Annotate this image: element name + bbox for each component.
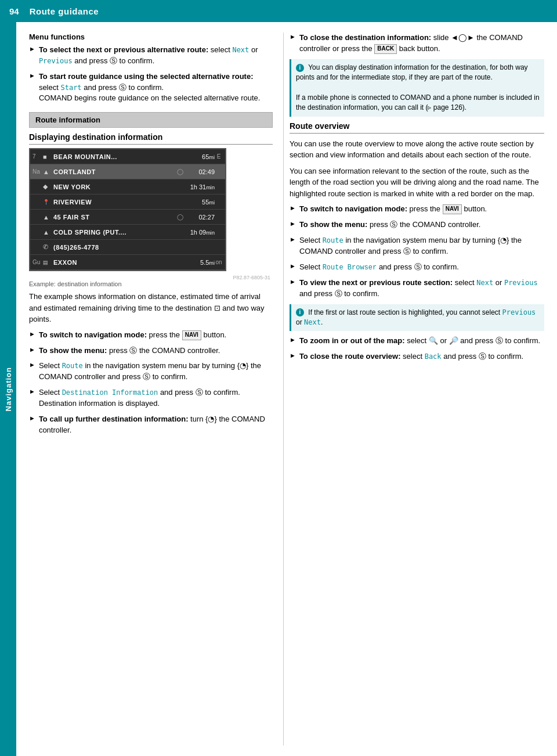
bullet-bold-r3: To show the menu: — [299, 220, 367, 229]
bullet-call-further: ► To call up further destination informa… — [29, 414, 273, 436]
next-code-r: Next — [476, 279, 493, 287]
bullet-arrow-r4: ► — [290, 236, 296, 243]
sr-clock-5: ◯ — [177, 214, 183, 220]
sr-icon-1: ■ — [43, 153, 53, 160]
navi-btn-2: NAVI — [443, 204, 462, 214]
bullet-bold-r1: To close the destination information: — [299, 33, 431, 42]
sr-time-3: 1h 31min — [186, 183, 215, 190]
info-box-1: i You can display destination informatio… — [290, 59, 544, 117]
menu-functions-title: Menu functions — [29, 33, 273, 41]
route-code-1: Route — [62, 362, 83, 370]
info-icon-2: i — [296, 308, 304, 316]
example-caption: Example: destination information — [29, 280, 273, 287]
bullet-r-next-prev: ► To view the next or previous route sec… — [290, 278, 544, 300]
sr-icon-7: ✆ — [43, 243, 53, 251]
sr-name-8: EXXON — [53, 259, 186, 266]
info-text-1b: If a mobile phone is connected to COMAND… — [296, 93, 540, 111]
bullet-text-1: To select the next or previous alternati… — [39, 45, 273, 67]
bullet-bold-7: To call up further destination informati… — [39, 415, 189, 423]
bullet-text-7: To call up further destination informati… — [39, 414, 273, 436]
next-code-info: Next — [304, 318, 321, 326]
bullet-text-r3: To show the menu: press Ⓢ the COMAND con… — [299, 219, 481, 231]
info-box-2: i If the first or last route section is … — [290, 304, 544, 332]
bullet-r-select-route: ► Select Route in the navigation system … — [290, 235, 544, 257]
bullet-arrow-r6: ► — [290, 278, 296, 285]
bullet-text-4: To show the menu: press Ⓢ the COMAND con… — [39, 345, 220, 357]
right-column: ► To close the destination information: … — [283, 33, 557, 746]
bullet-r-close-overview: ► To close the route overview: select Ba… — [290, 351, 544, 362]
previous-code-r: Previous — [504, 279, 538, 287]
sr-num-2: Na — [32, 168, 43, 175]
sr-edge-8: on — [215, 259, 223, 265]
bullet-arrow-4: ► — [29, 346, 35, 353]
bullet-arrow-r7: ► — [290, 336, 296, 343]
bullet-next-previous-route: ► To select the next or previous alterna… — [29, 45, 273, 67]
dest-info-code: Destination Information — [62, 389, 158, 397]
bullet-text-r7: To zoom in or out of the map: select 🔍 o… — [299, 336, 540, 347]
sr-icon-5: ▲ — [43, 214, 53, 221]
bullet-text-2: To start route guidance using the select… — [39, 71, 273, 105]
sr-icon-3: ◆ — [43, 183, 53, 190]
bullet-bold-3: To switch to navigation mode: — [39, 330, 147, 339]
bullet-arrow-6: ► — [29, 388, 35, 395]
page-title: Route guidance — [30, 6, 99, 16]
sr-name-7: (845)265-4778 — [53, 244, 186, 251]
bullet-arrow-r8: ► — [290, 352, 296, 359]
sr-time-4: 55mi — [186, 199, 215, 206]
previous-code: Previous — [39, 57, 73, 65]
bullet-text-5: Select Route in the navigation system me… — [39, 361, 273, 383]
bullet-r-switch-nav: ► To switch to navigation mode: press th… — [290, 204, 544, 215]
bullet-bold-1: To select the next or previous alternati… — [39, 45, 208, 54]
previous-code-info: Previous — [502, 308, 536, 316]
displaying-dest-title: Displaying destination information — [29, 132, 273, 145]
bullet-text-r1: To close the destination information: sl… — [299, 33, 544, 55]
bullet-r-show-menu: ► To show the menu: press Ⓢ the COMAND c… — [290, 219, 544, 231]
sr-num-8: Gu — [32, 259, 43, 265]
bullet-arrow-7: ► — [29, 415, 35, 422]
screenshot-row-8: Gu ▤ EXXON 5.5mi on — [30, 255, 225, 270]
bullet-bold-2: To start route guidance using the select… — [39, 72, 254, 81]
sr-time-1: 65mi — [186, 153, 215, 160]
route-overview-para2: You can see information relevant to the … — [290, 165, 544, 200]
main-layout: Navigation Menu functions ► To select th… — [0, 22, 557, 756]
route-code-2: Route — [323, 236, 343, 244]
bullet-arrow-5: ► — [29, 361, 35, 368]
sr-icon-4: 📍 — [43, 199, 53, 205]
sr-icon-6: ▲ — [43, 229, 53, 236]
route-browser-code: Route Browser — [323, 264, 377, 272]
bullet-select-route: ► Select Route in the navigation system … — [29, 361, 273, 383]
page-header: 94 Route guidance — [0, 0, 557, 22]
back-btn: BACK — [374, 44, 397, 54]
route-info-box: Route information — [29, 112, 273, 128]
bullet-bold-r6: To view the next or previous route secti… — [299, 278, 453, 287]
sidebar-label: Navigation — [4, 367, 13, 411]
bullet-arrow-r3: ► — [290, 220, 296, 227]
bullet-start-route-guidance: ► To start route guidance using the sele… — [29, 71, 273, 105]
bullet-switch-nav: ► To switch to navigation mode: press th… — [29, 330, 273, 341]
sr-name-5: 45 FAIR ST — [53, 214, 177, 221]
sr-icon-2: ▲ — [43, 168, 53, 175]
page-number: 94 — [9, 6, 19, 16]
left-column: Menu functions ► To select the next or p… — [16, 33, 283, 746]
bullet-r-zoom: ► To zoom in or out of the map: select 🔍… — [290, 336, 544, 347]
screenshot-area: 7 ■ BEAR MOUNTAIN... 65mi E Na ▲ CORTLAN… — [29, 148, 226, 271]
bullet-arrow-2: ► — [29, 72, 35, 79]
sr-edge-1: E — [215, 153, 223, 160]
bullet-text-3: To switch to navigation mode: press the … — [39, 330, 226, 341]
screenshot-row-5: ▲ 45 FAIR ST ◯ 02:27 — [30, 210, 225, 225]
screenshot-row-7: ✆ (845)265-4778 — [30, 240, 225, 255]
sr-time-2: 02:49 — [186, 168, 215, 175]
navi-btn-1: NAVI — [182, 330, 201, 340]
bullet-text-6: Select Destination Information and press… — [39, 387, 240, 409]
bullet-bold-r8: To close the route overview: — [299, 352, 401, 361]
sr-clock-2: ◯ — [177, 168, 183, 175]
bullet-text-r8: To close the route overview: select Back… — [299, 351, 523, 362]
screenshot-row-2: Na ▲ CORTLANDT ◯ 02:49 — [30, 164, 225, 179]
route-overview-title: Route overview — [290, 121, 544, 134]
bullet-text-r6: To view the next or previous route secti… — [299, 278, 544, 300]
bullet-text-r2: To switch to navigation mode: press the … — [299, 204, 487, 215]
screenshot-row-6: ▲ COLD SPRING (PUT.... 1h 09min — [30, 225, 225, 240]
sr-time-5: 02:27 — [186, 214, 215, 221]
next-code: Next — [232, 46, 249, 54]
bullet-arrow-r1: ► — [290, 33, 296, 40]
